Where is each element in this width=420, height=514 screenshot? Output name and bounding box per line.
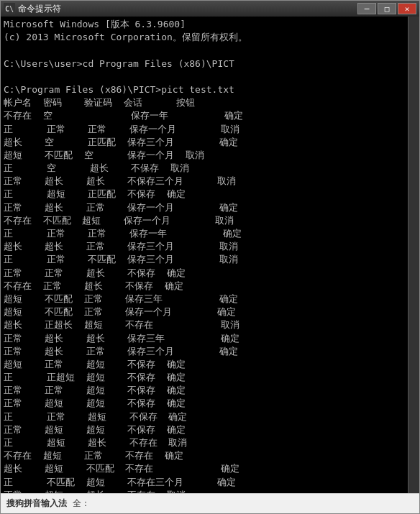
window-icon: C\ [4, 3, 15, 14]
close-button[interactable]: ✕ [398, 3, 416, 14]
ime-bar: 搜狗拼音输入法 全 ： [1, 493, 419, 513]
ime-mode: 全 [73, 497, 81, 510]
terminal-content: Microsoft Windows [版本 6.3.9600] (c) 2013… [1, 17, 408, 493]
title-bar-left: C\ 命令提示符 [4, 3, 61, 15]
terminal-wrapper: Microsoft Windows [版本 6.3.9600] (c) 2013… [1, 17, 419, 493]
scrollbar[interactable] [408, 17, 419, 493]
terminal-area[interactable]: Microsoft Windows [版本 6.3.9600] (c) 2013… [1, 17, 408, 493]
maximize-button[interactable]: □ [378, 3, 396, 14]
cmd-window: C\ 命令提示符 ─ □ ✕ Microsoft Windows [版本 6.3… [0, 0, 420, 514]
window-title: 命令提示符 [18, 3, 61, 15]
ime-separator: ： [81, 497, 90, 510]
ime-name: 搜狗拼音输入法 [6, 497, 67, 510]
title-buttons: ─ □ ✕ [357, 3, 416, 14]
title-bar: C\ 命令提示符 ─ □ ✕ [1, 1, 419, 17]
minimize-button[interactable]: ─ [357, 3, 376, 14]
